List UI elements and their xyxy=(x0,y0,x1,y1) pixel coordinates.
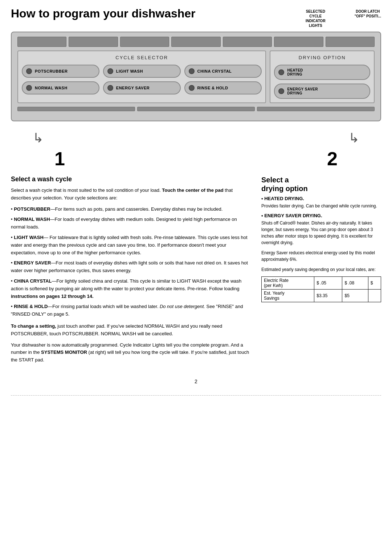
normal-wash-label: NORMAL WASH xyxy=(35,86,68,90)
step1-number: 1 xyxy=(54,149,65,168)
heated-drying-button[interactable]: HEATEDDRYING xyxy=(274,65,370,80)
right-curve-arrow: ↳ xyxy=(348,130,359,146)
table-cell-savings-5: $5 xyxy=(342,290,368,302)
bullet-energy-saver: • ENERGY SAVER—For most loads of everyda… xyxy=(11,259,250,275)
cycle-buttons: POTSCRUBBER LIGHT WASH CHINA CRYSTAL NOR… xyxy=(22,65,262,94)
right-column: Select a drying option • HEATED DRYING. … xyxy=(261,175,381,368)
bullet-china-crystal: • CHINA CRYSTAL—For lightly soiled china… xyxy=(11,278,250,300)
energy-saver-drying-text: Shuts off Calrod® heater. Dishes air-dry… xyxy=(261,220,381,246)
energy-saver-label: ENERGY SAVER xyxy=(116,86,150,90)
heated-drying-heading: • HEATED DRYING. xyxy=(261,196,381,201)
page: How to program your dishwasher SELECTED … xyxy=(0,0,392,406)
panel-button-5 xyxy=(223,37,272,47)
normal-wash-dot xyxy=(26,85,32,91)
bullet-light-wash: • LIGHT WASH— For tableware that is ligh… xyxy=(11,234,250,256)
panel-button-7 xyxy=(326,37,375,47)
bottom-bar-3 xyxy=(257,107,375,111)
panel-button-1 xyxy=(17,37,66,47)
bullet-rinse-hold: • RINSE & HOLD—For rinsing partial loads… xyxy=(11,303,250,318)
bottom-bar-2 xyxy=(137,107,255,111)
potscrubber-button[interactable]: POTSCRUBBER xyxy=(22,65,99,78)
page-number: 2 xyxy=(11,379,381,388)
control-panel: CYCLE SELECTOR POTSCRUBBER LIGHT WASH CH… xyxy=(11,32,381,121)
rinse-hold-label: RINSE & HOLD xyxy=(197,86,228,90)
panel-sections: CYCLE SELECTOR POTSCRUBBER LIGHT WASH CH… xyxy=(17,50,375,103)
drying-option: DRYING OPTION HEATEDDRYING ENERGY SAVERD… xyxy=(270,50,375,103)
cycle-selector-label: CYCLE SELECTOR xyxy=(22,55,262,60)
table-row-savings: Est. YearlySavings $3.35 $5 xyxy=(262,290,381,302)
left-column: Select a wash cycle Select a wash cycle … xyxy=(11,175,250,368)
savings-table: Electric Rate(per Kwh) $ .05 $ .08 $ Est… xyxy=(261,276,381,302)
heated-drying-label: HEATEDDRYING xyxy=(287,68,303,76)
estimated-text: Estimated yearly saving depending on you… xyxy=(261,266,381,273)
potscrubber-label: POTSCRUBBER xyxy=(35,69,68,73)
panel-button-2 xyxy=(69,37,118,47)
panel-bottom-buttons xyxy=(17,107,375,111)
table-cell-rate-08: $ .08 xyxy=(342,277,368,290)
energy-saver-drying-label: ENERGY SAVERDRYING xyxy=(287,87,318,95)
bottom-bar-1 xyxy=(17,107,135,111)
energy-reduces-text: Energy Saver reduces electrical energy u… xyxy=(261,250,381,263)
normal-wash-button[interactable]: NORMAL WASH xyxy=(22,81,99,94)
bullet-potscrubber: • POTSCRUBBER—For items such as pots, pa… xyxy=(11,206,250,213)
heated-drying-dot xyxy=(278,69,284,75)
china-crystal-label: CHINA CRYSTAL xyxy=(197,69,232,73)
header: How to program your dishwasher SELECTED … xyxy=(11,7,381,28)
left-curve-arrow: ↳ xyxy=(33,130,44,146)
energy-saver-button[interactable]: ENERGY SAVER xyxy=(103,81,181,94)
rinse-hold-dot xyxy=(189,85,195,91)
table-cell-rate-label: Electric Rate(per Kwh) xyxy=(262,277,314,290)
auto-program-text: Your dishwasher is now automatically pro… xyxy=(11,341,250,364)
door-latch-label: DOOR LATCH "OFF" POSITI... xyxy=(355,9,381,28)
table-cell-savings-blank xyxy=(368,290,381,302)
table-cell-rate-blank: $ xyxy=(368,277,381,290)
heated-drying-text: Provides faster drying. Can be changed w… xyxy=(261,203,381,209)
select-wash-heading: Select a wash cycle xyxy=(11,175,250,183)
table-cell-savings-335: $3.35 xyxy=(314,290,342,302)
light-wash-dot xyxy=(107,68,113,74)
header-labels: SELECTED CYCLE INDICATOR LIGHTS DOOR LAT… xyxy=(306,7,381,28)
panel-bottom-decoration xyxy=(17,107,375,111)
energy-saver-drying-dot xyxy=(278,88,284,94)
table-cell-savings-label: Est. YearlySavings xyxy=(262,290,314,302)
panel-button-4 xyxy=(171,37,220,47)
panel-button-6 xyxy=(274,37,323,47)
energy-saver-drying-heading: • ENERGY SAVER DRYING. xyxy=(261,213,381,218)
bottom-divider xyxy=(11,395,381,396)
light-wash-label: LIGHT WASH xyxy=(116,69,143,73)
cycle-selector: CYCLE SELECTOR POTSCRUBBER LIGHT WASH CH… xyxy=(17,50,266,103)
select-drying-heading: Select a drying option xyxy=(261,175,381,193)
drying-buttons: HEATEDDRYING ENERGY SAVERDRYING xyxy=(274,65,370,99)
rinse-hold-button[interactable]: RINSE & HOLD xyxy=(184,81,262,94)
page-title: How to program your dishwasher xyxy=(11,7,196,20)
table-cell-rate-05: $ .05 xyxy=(314,277,342,290)
panel-button-3 xyxy=(120,37,169,47)
cycle-indicator-label: SELECTED CYCLE INDICATOR LIGHTS xyxy=(306,9,326,28)
steps-numbers-row: 1 2 xyxy=(11,149,381,168)
drying-option-label: DRYING OPTION xyxy=(274,55,370,60)
table-row-rate: Electric Rate(per Kwh) $ .05 $ .08 $ xyxy=(262,277,381,290)
energy-saver-drying-button[interactable]: ENERGY SAVERDRYING xyxy=(274,84,370,99)
china-crystal-button[interactable]: CHINA CRYSTAL xyxy=(184,65,262,78)
china-crystal-dot xyxy=(189,68,195,74)
change-setting-text: To change a setting, just touch another … xyxy=(11,323,250,338)
bullet-normal-wash: • NORMAL WASH—For loads of everyday dish… xyxy=(11,216,250,231)
arrows-area: ↳ ↳ xyxy=(11,129,381,147)
wash-intro: Select a wash cycle that is most suited … xyxy=(11,187,250,202)
main-content: Select a wash cycle Select a wash cycle … xyxy=(11,175,381,368)
energy-saver-dot xyxy=(107,85,113,91)
step2-number: 2 xyxy=(327,149,338,168)
panel-top-buttons xyxy=(17,37,375,47)
potscrubber-dot xyxy=(26,68,32,74)
light-wash-button[interactable]: LIGHT WASH xyxy=(103,65,181,78)
